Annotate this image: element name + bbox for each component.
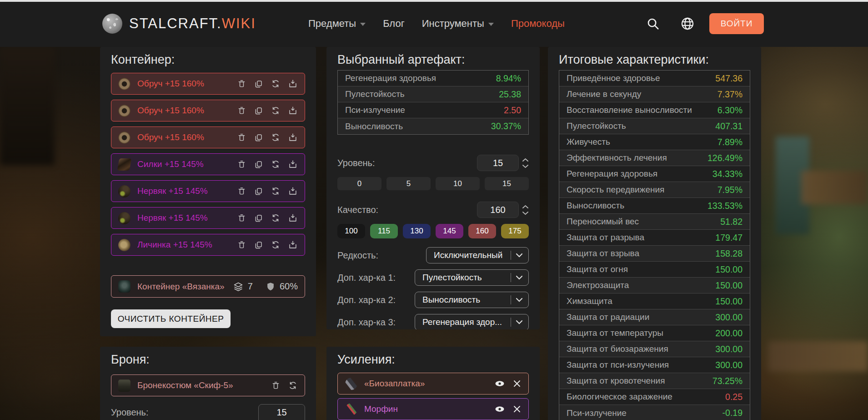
nav-link[interactable]: Промокоды [511,18,565,30]
stepper-up-icon[interactable] [522,158,529,162]
level-option-button[interactable]: 15 [485,177,529,190]
reroll-icon[interactable] [271,213,281,223]
copy-icon[interactable] [254,240,263,250]
save-icon[interactable] [288,213,298,223]
boost-item[interactable]: «Биозаплатка» [337,373,529,395]
chevron-down-icon [516,320,523,324]
artifact-icon [118,239,130,251]
quality-option-button[interactable]: 115 [370,224,398,238]
delete-icon[interactable] [237,240,246,250]
summary-value: 0.25 [725,392,743,402]
artifact-list-item[interactable]: Силки +15 145% [111,153,305,175]
nav-link[interactable]: Блог [383,18,405,30]
copy-icon[interactable] [254,79,263,89]
armor-level-input[interactable]: 15 [258,404,305,420]
summary-label: Электрозащита [567,280,629,290]
visibility-eye-icon[interactable] [494,404,506,414]
reroll-icon[interactable] [271,240,281,250]
artifact-label: Личинка +15 145% [137,240,212,250]
stepper-up-icon[interactable] [522,205,529,209]
save-icon[interactable] [288,186,298,196]
delete-icon[interactable] [237,133,246,142]
summary-label: Защита от разрыва [567,233,644,243]
copy-icon[interactable] [254,133,263,142]
copy-icon[interactable] [254,213,263,223]
delete-icon[interactable] [271,381,281,390]
nav-link[interactable]: Инструменты [422,18,494,30]
quality-option-button[interactable]: 145 [436,224,463,238]
site-logo[interactable]: STALCRAFT.WIKI [102,0,256,47]
quality-option-button[interactable]: 175 [501,224,529,238]
copy-icon[interactable] [254,187,263,196]
container-info-row[interactable]: Контейнер «Вязанка» 7 60% [111,275,305,298]
level-input[interactable]: 15 [477,155,519,171]
artifact-list-item[interactable]: Обруч +15 160% [111,100,305,121]
armor-panel: Броня: Бронекостюм «Скиф-5» Уровень: 15 [100,347,316,420]
save-icon[interactable] [288,106,298,116]
save-icon[interactable] [288,240,298,250]
summary-label: Защита от огня [567,264,628,274]
copy-icon[interactable] [254,160,263,169]
artifact-list-item[interactable]: Нервяк +15 145% [111,180,305,202]
reroll-icon[interactable] [288,380,298,390]
quality-input[interactable]: 160 [477,202,519,218]
remove-x-icon[interactable] [513,405,521,413]
summary-panel-title: Итоговые характеристики: [559,47,750,67]
boost-list: «Биозаплатка» Морфин [337,373,529,420]
stepper-down-icon[interactable] [522,211,529,215]
save-icon[interactable] [288,159,298,169]
quality-label: Качество: [337,205,378,215]
remove-x-icon[interactable] [513,380,521,388]
save-icon[interactable] [288,79,298,89]
boost-item[interactable]: Морфин [337,398,529,420]
armor-item[interactable]: Бронекостюм «Скиф-5» [111,374,305,396]
container-name: Контейнер «Вязанка» [137,282,225,292]
reroll-icon[interactable] [271,159,281,169]
delete-icon[interactable] [237,160,246,169]
stat-value: 25.38 [499,89,521,100]
delete-icon[interactable] [237,106,246,116]
artifact-icon [118,78,130,90]
reroll-icon[interactable] [271,79,281,89]
summary-value: 300.00 [715,360,743,370]
nav-link[interactable]: Предметы [308,18,366,30]
select-dropdown[interactable]: Исключительный [426,247,529,263]
language-globe-icon[interactable] [679,15,696,32]
summary-value: 133.53% [707,201,743,211]
stepper-down-icon[interactable] [522,164,529,168]
search-icon[interactable] [644,15,662,32]
summary-row: Защита от огня 150.00 [559,262,750,278]
artifact-list-item[interactable]: Обруч +15 160% [111,73,305,95]
level-option-button[interactable]: 5 [386,177,431,190]
artifact-label: Силки +15 145% [137,159,204,169]
artifact-list-item[interactable]: Нервяк +15 145% [111,207,305,229]
copy-icon[interactable] [254,106,263,116]
select-dropdown[interactable]: Пулестойкость [415,269,529,286]
level-option-button[interactable]: 0 [337,177,381,190]
summary-row: Пулестойкость 407.31 [559,118,750,134]
artifact-label: Нервяк +15 145% [137,213,208,223]
artifact-list-item[interactable]: Личинка +15 145% [111,234,305,256]
level-option-button[interactable]: 10 [436,177,480,190]
delete-icon[interactable] [237,79,246,89]
select-dropdown[interactable]: Регенерация здор... [415,314,529,329]
quality-option-button[interactable]: 130 [403,224,431,238]
chevron-down-icon [516,298,523,302]
quality-option-button[interactable]: 100 [337,224,365,238]
visibility-eye-icon[interactable] [494,379,506,389]
select-divider [511,273,511,282]
delete-icon[interactable] [237,213,246,223]
delete-icon[interactable] [237,187,246,196]
login-button[interactable]: ВОЙТИ [709,13,764,34]
summary-row: Лечение в секунду 7.37% [559,86,750,102]
save-icon[interactable] [288,132,298,142]
reroll-icon[interactable] [271,106,281,116]
quality-option-button[interactable]: 160 [468,224,496,238]
artifact-list-item[interactable]: Обруч +15 160% [111,127,305,148]
boost-icon [345,403,357,415]
select-value: Пулестойкость [422,273,506,283]
reroll-icon[interactable] [271,186,281,196]
reroll-icon[interactable] [271,132,281,142]
select-dropdown[interactable]: Выносливость [415,292,529,308]
clear-container-button[interactable]: ОЧИСТИТЬ КОНТЕЙНЕР [111,309,231,328]
